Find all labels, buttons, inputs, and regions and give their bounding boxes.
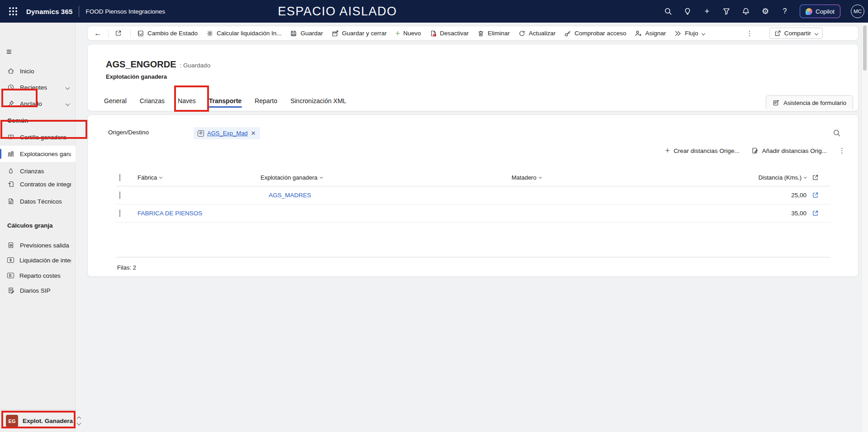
distancia-value: 35,00	[661, 210, 811, 217]
row-count: Filas: 2	[117, 264, 136, 271]
clipboard-edit-icon	[751, 147, 759, 154]
command-bar-overflow-button[interactable]: ⋮	[746, 29, 753, 38]
record-entity-label: Explotación ganadera	[106, 73, 167, 80]
area-switcher[interactable]: EG Explot. Ganadera	[0, 409, 75, 432]
sidebar-item-previsiones-salida[interactable]: Previsiones salida gr...	[0, 237, 76, 253]
asignar-button[interactable]: Asignar	[635, 30, 666, 37]
contract-icon	[7, 180, 14, 188]
open-new-icon	[115, 30, 122, 37]
money-icon: $	[7, 257, 14, 263]
row-checkbox[interactable]	[119, 191, 120, 199]
compartir-button[interactable]: Compartir	[769, 28, 823, 39]
chevron-down-icon	[66, 101, 70, 106]
tab-naves[interactable]: Naves	[178, 93, 196, 111]
tab-crianzas[interactable]: Crianzas	[140, 93, 165, 111]
crear-distancias-button[interactable]: + Crear distancias Orige...	[665, 147, 740, 155]
sidebar-item-diarios-sip[interactable]: Diarios SIP	[0, 282, 76, 299]
calcular-liquidacion-button[interactable]: Calcular liquidación In...	[206, 30, 281, 37]
chevron-down-icon	[320, 176, 323, 179]
column-header-matadero[interactable]: Matadero	[512, 174, 661, 181]
column-header-explotacion[interactable]: Explotación ganadera	[261, 174, 512, 181]
sidebar-item-recientes[interactable]: Recientes	[0, 79, 76, 95]
lookup-search-icon[interactable]	[833, 129, 841, 137]
sidebar-item-explotaciones-ganaderas[interactable]: Explotaciones ganad...	[0, 146, 76, 162]
tag-remove-icon[interactable]: ✕	[251, 130, 256, 137]
sitemap-toggle-icon[interactable]: ≡	[6, 47, 12, 56]
sidebar-item-anclado[interactable]: Anclado	[0, 95, 76, 112]
copilot-button[interactable]: Copilot	[800, 5, 840, 18]
sidebar-item-contratos-integracion[interactable]: Contratos de integra...	[0, 176, 76, 192]
tab-transporte[interactable]: Transporte	[209, 93, 242, 111]
explotacion-link[interactable]: AGS_MADRES	[269, 192, 311, 199]
scrollbar-thumb[interactable]	[863, 25, 867, 71]
sidebar-item-reparto-costes[interactable]: $: Reparto costes	[0, 267, 76, 284]
tag-record-link[interactable]: AGS_Exp_Mad	[207, 130, 248, 137]
cambio-de-estado-button[interactable]: Cambio de Estado	[137, 30, 198, 37]
key-icon	[564, 30, 571, 37]
lightbulb-icon[interactable]	[683, 7, 692, 16]
row-checkbox[interactable]	[119, 209, 120, 217]
app-name[interactable]: FOOD Piensos Integraciones	[85, 8, 165, 15]
open-grid-icon[interactable]	[811, 174, 819, 182]
fabrica-link[interactable]: FABRICA DE PIENSOS	[138, 210, 202, 217]
flujo-button[interactable]: Flujo	[674, 30, 705, 37]
copilot-logo-icon	[806, 8, 812, 15]
checklist-icon	[137, 30, 144, 37]
distancias-grid: Fábrica Explotación ganadera Matadero Di…	[116, 169, 830, 223]
eliminar-button[interactable]: Eliminar	[477, 30, 510, 37]
transporte-tab-body: Origen/Destino ⚙ AGS_Exp_Mad ✕ + Crear d…	[87, 114, 859, 277]
sidebar-section-comun: Común	[7, 117, 28, 124]
subgrid-overflow-button[interactable]: ⋮	[839, 147, 845, 155]
new-record-icon[interactable]: +	[702, 7, 711, 16]
area-label: Explot. Ganadera	[23, 418, 73, 424]
nuevo-button[interactable]: + Nuevo	[395, 29, 421, 38]
plus-icon: +	[665, 147, 670, 155]
app-launcher-icon[interactable]	[6, 5, 20, 18]
chevron-down-icon	[815, 31, 818, 35]
area-badge: EG	[6, 415, 18, 427]
copilot-label: Copilot	[816, 8, 835, 15]
sidebar-item-datos-tecnicos[interactable]: Datos Técnicos	[0, 193, 76, 209]
tab-sincronizacion-xml[interactable]: Sincronización XML	[290, 93, 346, 111]
help-icon[interactable]: ?	[780, 7, 789, 16]
tab-general[interactable]: General	[104, 93, 127, 111]
table-row[interactable]: AGS_MADRES 25,00	[116, 186, 830, 204]
building-icon	[7, 150, 14, 157]
sidebar-item-inicio[interactable]: Inicio	[0, 63, 76, 79]
bell-icon[interactable]	[741, 7, 750, 16]
open-in-new-window-button[interactable]	[115, 30, 122, 37]
sidebar-item-cartilla-ganadera[interactable]: Cartilla ganadera	[0, 129, 76, 145]
column-header-fabrica[interactable]: Fábrica	[138, 174, 261, 181]
gear-icon[interactable]: ⚙	[761, 7, 770, 16]
chevron-down-icon	[66, 85, 70, 90]
brand-title[interactable]: Dynamics 365	[26, 8, 72, 15]
grid-header-row: Fábrica Explotación ganadera Matadero Di…	[116, 169, 830, 186]
guardar-y-cerrar-button[interactable]: Guardar y cerrar	[332, 30, 387, 37]
origen-destino-tag[interactable]: ⚙ AGS_Exp_Mad ✕	[194, 127, 260, 139]
vertical-scrollbar[interactable]	[861, 23, 868, 432]
guardar-button[interactable]: Guardar	[290, 30, 323, 37]
open-record-icon[interactable]	[811, 209, 819, 218]
table-row[interactable]: FABRICA DE PIENSOS 35,00	[116, 204, 830, 223]
subgrid-toolbar: + Crear distancias Orige... Añadir dista…	[665, 147, 845, 155]
assign-person-icon	[635, 30, 642, 37]
clipboard-gear-icon	[7, 242, 14, 249]
form-assistant-button[interactable]: Asistencia de formulario	[766, 95, 853, 109]
column-header-distancia[interactable]: Distancia (Kms.)	[661, 174, 811, 181]
egg-icon	[7, 167, 14, 175]
sidebar-item-liquidacion-integracion[interactable]: $ Liquidación de integ...	[0, 252, 76, 268]
comprobar-acceso-button[interactable]: Comprobar acceso	[564, 30, 626, 37]
save-close-icon	[332, 30, 339, 37]
select-all-checkbox[interactable]	[119, 174, 120, 181]
search-icon[interactable]	[664, 7, 673, 16]
user-avatar[interactable]: MC	[851, 5, 864, 18]
sitemap-sidebar: ≡ Inicio Recientes Anclado Común Cartill…	[0, 23, 76, 432]
back-button[interactable]: ←	[94, 29, 102, 38]
tab-reparto[interactable]: Reparto	[255, 93, 277, 111]
desactivar-button[interactable]: Desactivar	[430, 30, 469, 37]
actualizar-button[interactable]: Actualizar	[518, 30, 555, 37]
open-record-icon[interactable]	[811, 191, 819, 199]
filter-icon[interactable]	[722, 7, 731, 16]
anadir-distancias-button[interactable]: Añadir distancias Orig...	[751, 147, 827, 154]
trash-icon	[477, 30, 484, 37]
